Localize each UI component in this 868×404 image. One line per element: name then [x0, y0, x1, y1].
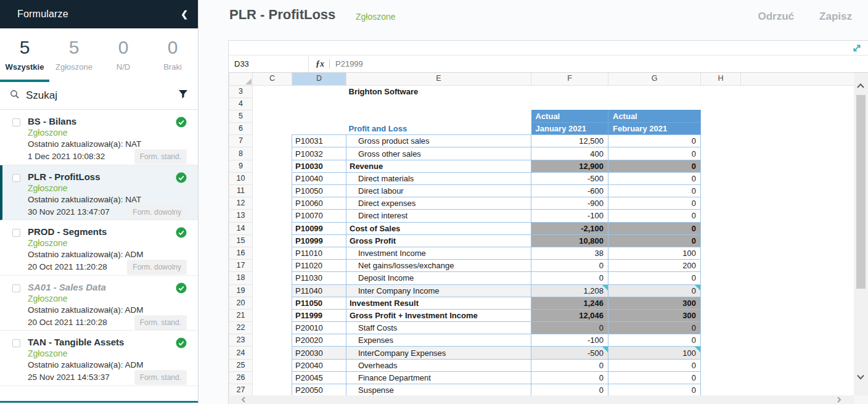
cell-E18-account-label[interactable]: Deposit Income [346, 272, 531, 284]
cell-G7-feb-value[interactable]: 0 [608, 135, 701, 147]
cell-E12-account-label[interactable]: Direct expenses [346, 197, 531, 210]
save-button[interactable]: Zapisz [819, 10, 852, 23]
cell-D15-account-code[interactable]: P10999 [292, 234, 346, 247]
row-header-17[interactable]: 17 [229, 260, 253, 272]
cell-H23[interactable] [701, 334, 741, 347]
row-header-11[interactable]: 11 [229, 185, 253, 197]
cell-E26-account-label[interactable]: Finance Department [346, 371, 531, 384]
row-header-22[interactable]: 22 [229, 322, 253, 334]
cell-F11-jan-value[interactable]: -600 [531, 185, 608, 197]
cell-G17-feb-value[interactable]: 200 [608, 260, 701, 272]
row-header-9[interactable]: 9 [229, 160, 253, 172]
cell-C20[interactable] [253, 297, 292, 309]
scroll-left-icon[interactable] [240, 395, 247, 404]
cell-E10-account-label[interactable]: Direct materials [346, 172, 531, 184]
cell-F3[interactable] [531, 85, 608, 97]
filter-tab-braki[interactable]: 0Braki [148, 28, 197, 82]
form-list-item[interactable]: TAN - Tangible AssetsZgłoszoneOstatnio z… [0, 331, 198, 386]
cell-F5-period-header[interactable]: Actual [531, 110, 608, 122]
row-header-10[interactable]: 10 [229, 172, 253, 184]
cell-G25-feb-value[interactable]: 0 [608, 359, 701, 371]
form-checkbox[interactable] [12, 229, 20, 237]
collapse-sidebar-icon[interactable]: ❮ [181, 9, 188, 19]
cell-D17-account-code[interactable]: P11020 [292, 260, 346, 272]
cell-C22[interactable] [253, 322, 292, 334]
cell-D21-account-code[interactable]: P11999 [292, 309, 346, 321]
cell-F23-jan-value[interactable]: -100 [531, 334, 608, 347]
row-header-19[interactable]: 19 [229, 284, 253, 297]
cell-F18-jan-value[interactable]: 0 [531, 272, 608, 284]
row-header-21[interactable]: 21 [229, 309, 253, 321]
cell-E13-account-label[interactable]: Direct interest [346, 210, 531, 222]
column-header-F[interactable]: F [531, 73, 608, 85]
select-all-corner[interactable] [229, 73, 253, 85]
cell-C7[interactable] [253, 135, 292, 147]
cell-E24-account-label[interactable]: InterCompany Expenses [346, 347, 531, 359]
scroll-right-icon[interactable] [835, 395, 843, 404]
column-header-C[interactable]: C [253, 73, 292, 85]
cell-G16-feb-value[interactable]: 100 [608, 247, 701, 259]
cell-G21-feb-value[interactable]: 300 [608, 309, 701, 321]
form-checkbox[interactable] [12, 339, 20, 347]
row-header-26[interactable]: 26 [229, 371, 253, 384]
cell-H25[interactable] [701, 359, 741, 371]
cell-E21-account-label[interactable]: Gross Profit + Investment Income [346, 309, 531, 321]
cell-H20[interactable] [701, 297, 741, 309]
cell-G27-feb-value[interactable]: 0 [608, 384, 701, 397]
cell-G3[interactable] [608, 85, 701, 97]
cell-H15[interactable] [701, 234, 741, 247]
cell-H11[interactable] [701, 185, 741, 197]
cell-C9[interactable] [253, 160, 292, 172]
column-header-D[interactable]: D [292, 73, 346, 85]
cell-C11[interactable] [253, 185, 292, 197]
cell-C6[interactable] [253, 123, 292, 135]
filter-tab-wszystkie[interactable]: 5Wszystkie [0, 28, 49, 82]
cell-D27-account-code[interactable]: P20050 [292, 384, 346, 397]
scroll-down-icon[interactable] [856, 372, 866, 383]
cell-C17[interactable] [253, 260, 292, 272]
cell-D14-account-code[interactable]: P10099 [292, 222, 346, 234]
cell-F7-jan-value[interactable]: 12,500 [531, 135, 608, 147]
cell-C3[interactable] [253, 85, 292, 97]
cell-G8-feb-value[interactable]: 0 [608, 147, 701, 160]
cell-F13-jan-value[interactable]: -100 [531, 210, 608, 222]
cell-E15-account-label[interactable]: Gross Profit [346, 234, 531, 247]
cell-E8-account-label[interactable]: Gross other sales [346, 147, 531, 160]
cell-C25[interactable] [253, 359, 292, 371]
cell-C19[interactable] [253, 284, 292, 297]
cell-C24[interactable] [253, 347, 292, 359]
row-header-5[interactable]: 5 [229, 110, 253, 122]
cell-E14-account-label[interactable]: Cost of Sales [346, 222, 531, 234]
cell-D24-account-code[interactable]: P20030 [292, 347, 346, 359]
row-header-4[interactable]: 4 [229, 97, 253, 110]
cell-F22-jan-value[interactable]: 0 [531, 322, 608, 334]
cell-D13-account-code[interactable]: P10070 [292, 210, 346, 222]
row-header-23[interactable]: 23 [229, 334, 253, 347]
cell-G13-feb-value[interactable]: 0 [608, 210, 701, 222]
form-checkbox[interactable] [12, 174, 20, 182]
cell-C13[interactable] [253, 210, 292, 222]
cell-G22-feb-value[interactable]: 0 [608, 322, 701, 334]
cell-name-box[interactable]: D33 [229, 56, 309, 72]
row-header-14[interactable]: 14 [229, 222, 253, 234]
cell-H4[interactable] [701, 97, 741, 110]
cell-E5[interactable] [346, 110, 531, 122]
cell-G12-feb-value[interactable]: 0 [608, 197, 701, 210]
cell-C27[interactable] [253, 384, 292, 397]
cell-H14[interactable] [701, 222, 741, 234]
cell-E9-account-label[interactable]: Revenue [346, 160, 531, 172]
form-list-item[interactable]: PROD - SegmentsZgłoszoneOstatnio zaktual… [0, 220, 198, 276]
cell-E7-account-label[interactable]: Gross product sales [346, 135, 531, 147]
vertical-scroll-thumb[interactable] [856, 95, 866, 289]
cell-H3[interactable] [701, 85, 741, 97]
cell-G26-feb-value[interactable]: 0 [608, 371, 701, 384]
cell-G11-feb-value[interactable]: 0 [608, 185, 701, 197]
cell-D22-account-code[interactable]: P20010 [292, 322, 346, 334]
scroll-up-icon[interactable] [856, 81, 866, 92]
cell-F8-jan-value[interactable]: 400 [531, 147, 608, 160]
cell-E23-account-label[interactable]: Expenses [346, 334, 531, 347]
cell-E19-account-label[interactable]: Inter Company Income [346, 284, 531, 297]
column-header-E[interactable]: E [346, 73, 531, 85]
cell-G23-feb-value[interactable]: 0 [608, 334, 701, 347]
cell-H5[interactable] [701, 110, 741, 122]
